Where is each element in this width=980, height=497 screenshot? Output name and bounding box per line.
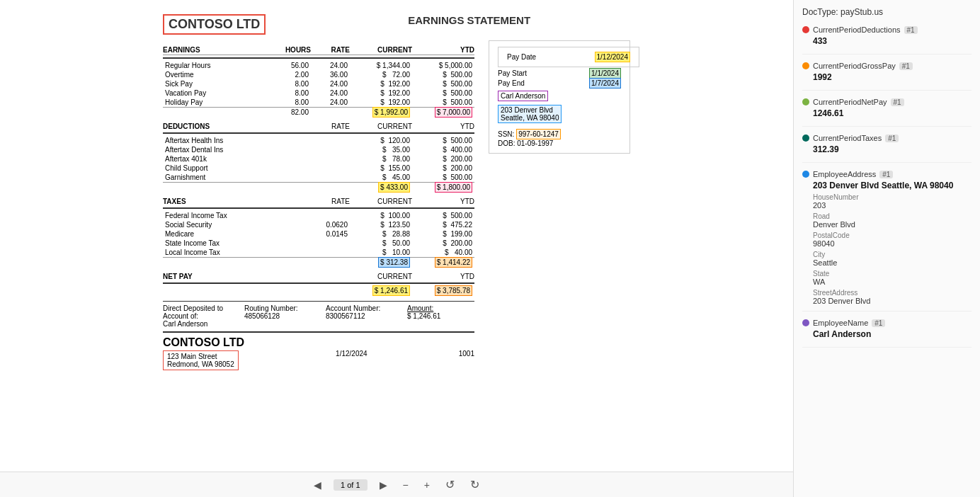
taxes-current-header: CURRENT (350, 198, 412, 205)
row-ytd: $ 475.22 (412, 220, 474, 229)
taxes-header-row: TAXES RATE CURRENT YTD (163, 198, 474, 205)
row-label: Overtime (163, 70, 272, 79)
row-ytd: $ 500.00 (412, 211, 474, 220)
sub-field-label: StreetAddress (813, 289, 972, 297)
sub-field: Road Denver Blvd (802, 212, 972, 229)
main-content: EARNINGS HOURS RATE CURRENT YTD Regular … (163, 40, 630, 370)
field-dot (802, 98, 809, 105)
zoom-in-button[interactable]: + (421, 478, 433, 492)
table-row: Federal Income Tax $ 100.00 $ 500.00 (163, 211, 474, 220)
row-rate (272, 248, 350, 258)
sub-field-label: HouseNumber (813, 193, 972, 201)
row-current: $ 35.00 (350, 145, 412, 154)
table-row: Vacation Pay 8.00 24.00 $ 192.00 $ 500.0… (163, 88, 474, 98)
ssn-row: SSN: 997-60-1247 (498, 129, 621, 139)
row-rate: 24.00 (311, 79, 350, 88)
sub-field-value: 98040 (813, 239, 972, 248)
deposit-col-name: Direct Deposited to Account of: Carl And… (163, 304, 230, 328)
taxes-total-ytd: $ 1,414.22 (412, 258, 474, 268)
field-value: 312.39 (802, 144, 972, 154)
row-label: Holiday Pay (163, 98, 272, 108)
row-ytd: $ 500.00 (412, 98, 474, 108)
earnings-total-ytd: $ 7,000.00 (412, 108, 474, 118)
earnings-total-current: $ 1,992.00 (350, 108, 412, 118)
field-value: 433 (802, 36, 972, 46)
pay-end-row: Pay End 1/7/2024 (498, 79, 621, 87)
row-hours: 2.00 (272, 70, 311, 79)
netpay-current-header: CURRENT (350, 273, 412, 280)
doctype-value: payStub.us (841, 7, 883, 17)
sub-field-label: PostalCode (813, 232, 972, 239)
deposit-row: Direct Deposited to Account of: Carl And… (163, 304, 474, 328)
zoom-out-button[interactable]: − (399, 478, 412, 492)
field-item-employeename: EmployeeName #1 Carl Anderson (802, 319, 972, 348)
doc-toolbar: ◀ 1 of 1 ▶ − + ↺ ↻ (0, 472, 793, 497)
row-rate: 36.00 (311, 70, 350, 79)
field-item-currentperiodtaxes: CurrentPeriodTaxes #1 312.39 (802, 134, 972, 163)
sub-field-label: Road (813, 212, 972, 220)
earnings-table: Regular Hours 56.00 24.00 $ 1,344.00 $ 5… (163, 61, 474, 117)
taxes-label: TAXES (163, 198, 272, 205)
field-item-currentperioddeductions: CurrentPeriodDeductions #1 433 (802, 25, 972, 55)
netpay-header-row: NET PAY CURRENT YTD (163, 273, 474, 280)
earnings-section-header: EARNINGS HOURS RATE CURRENT YTD (163, 46, 474, 55)
row-rate (272, 164, 350, 173)
row-ytd: $ 40.00 (412, 248, 474, 258)
row-current: $ 120.00 (350, 136, 412, 145)
row-ytd: $ 5,000.00 (412, 61, 474, 70)
field-dot (802, 135, 809, 142)
field-header: EmployeeName #1 (802, 319, 972, 327)
row-rate: 24.00 (311, 98, 350, 108)
field-name: CurrentPeriodNetPay (813, 98, 887, 106)
amount-value: $ 1,246.61 (407, 312, 474, 320)
taxes-total-current: $ 312.38 (350, 258, 412, 268)
next-page-button[interactable]: ▶ (376, 478, 391, 492)
table-row: Social Security 0.0620 $ 123.50 $ 475.22 (163, 220, 474, 229)
rotate-right-button[interactable]: ↻ (467, 476, 483, 493)
row-rate: 24.00 (311, 88, 350, 98)
field-badge: #1 (899, 62, 913, 70)
field-item-currentperiodgrosspay: CurrentPeriodGrossPay #1 1992 (802, 62, 972, 91)
dob-label: DOB: (498, 139, 515, 147)
field-dot (802, 319, 809, 326)
routing-label: Routing Number: (244, 304, 312, 312)
deductions-table: Aftertax Health Ins $ 120.00 $ 500.00 Af… (163, 136, 474, 192)
sub-field-value: WA (813, 278, 972, 286)
row-label: Social Security (163, 220, 272, 229)
field-header: CurrentPeriodDeductions #1 (802, 25, 972, 34)
field-value: Carl Anderson (802, 329, 972, 339)
table-row: Child Support $ 155.00 $ 200.00 (163, 164, 474, 173)
row-ytd: $ 200.00 (412, 164, 474, 173)
left-tables: EARNINGS HOURS RATE CURRENT YTD Regular … (163, 40, 474, 370)
earnings-total-hours: 82.00 (272, 108, 311, 118)
row-hours: 56.00 (272, 61, 311, 70)
row-hours: 8.00 (272, 98, 311, 108)
netpay-label: NET PAY (163, 273, 350, 280)
earnings-label: EARNINGS (163, 46, 272, 54)
table-row: Local Income Tax $ 10.00 $ 40.00 (163, 248, 474, 258)
netpay-current-value: $ 1,246.61 (350, 286, 412, 295)
doc-content: CONTOSO LTD EARNINGS STATEMENT EARNINGS … (0, 0, 793, 472)
row-label: Local Income Tax (163, 248, 272, 258)
dob-value: 01-09-1997 (517, 139, 553, 147)
row-label: Sick Pay (163, 79, 272, 88)
row-current: $ 50.00 (350, 239, 412, 248)
footer-addr-line1: 123 Main Street (167, 353, 234, 360)
employee-address: 203 Denver Blvd Seattle, WA 98040 (498, 105, 621, 123)
row-label: Federal Income Tax (163, 211, 272, 220)
ssn-value: 997-60-1247 (516, 129, 561, 139)
current-col-header: CURRENT (350, 46, 412, 54)
row-rate (272, 173, 350, 183)
row-current: $ 155.00 (350, 164, 412, 173)
footer-address: 123 Main Street Redmond, WA 98052 (163, 350, 239, 370)
rotate-left-button[interactable]: ↺ (442, 476, 458, 493)
paystub-header: CONTOSO LTD EARNINGS STATEMENT (163, 14, 630, 35)
pay-info-box: Pay Date 1/12/2024 Pay Start 1/1/2024 Pa… (489, 40, 630, 154)
row-rate: 0.0145 (272, 229, 350, 239)
field-name: CurrentPeriodGrossPay (813, 62, 896, 70)
deposit-col-account: Account Number: 8300567112 (326, 304, 393, 328)
sub-field: City Seattle (802, 251, 972, 267)
field-value: 1246.61 (802, 108, 972, 118)
ssn-label: SSN: (498, 130, 514, 138)
prev-page-button[interactable]: ◀ (310, 478, 325, 492)
